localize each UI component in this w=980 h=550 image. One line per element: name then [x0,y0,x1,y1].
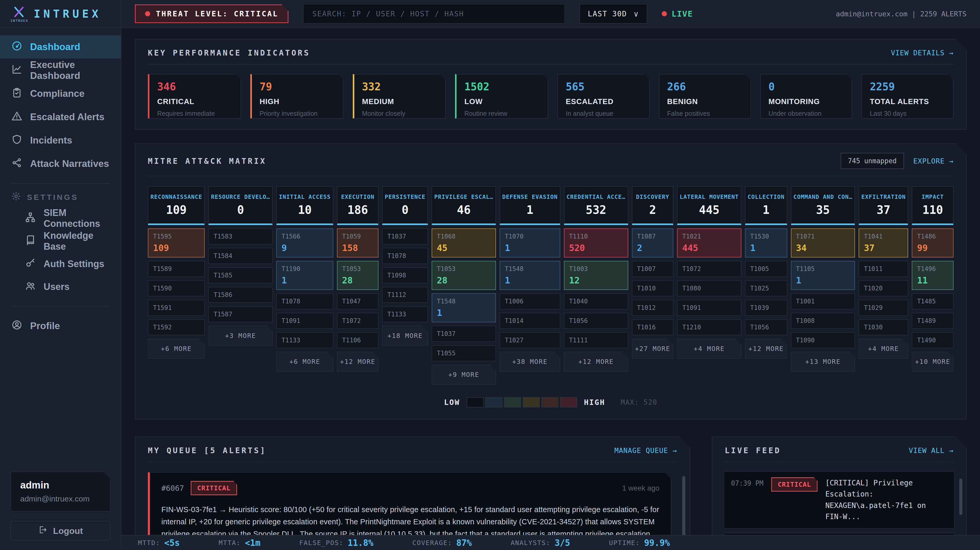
sidebar-item-escalated-alerts[interactable]: Escalated Alerts [0,105,121,129]
technique-cell[interactable]: T149611 [912,261,953,290]
technique-cell[interactable]: T1210 [677,319,741,335]
time-range-select[interactable]: LAST 30D ∨ [579,4,647,24]
more-techniques-button[interactable]: +12 MORE [337,352,379,372]
technique-cell[interactable]: T1133 [276,332,333,348]
technique-cell[interactable]: T1039 [745,300,787,316]
more-techniques-button[interactable]: +12 MORE [745,339,787,359]
technique-cell[interactable]: T1591 [148,300,205,316]
technique-cell[interactable]: T1006 [500,293,560,309]
technique-cell[interactable]: T1016 [632,319,674,335]
technique-cell[interactable]: T1587 [208,306,273,322]
technique-cell[interactable]: T1489 [912,313,953,329]
sidebar-item-auth-settings[interactable]: Auth Settings [0,253,121,276]
technique-cell[interactable]: T1025 [745,280,787,297]
sidebar-item-dashboard[interactable]: Dashboard [0,35,121,59]
more-techniques-button[interactable]: +10 MORE [912,352,953,372]
technique-cell[interactable]: T1112 [382,287,428,303]
technique-cell[interactable]: T1012 [632,300,674,316]
more-techniques-button[interactable]: +13 MORE [791,352,855,372]
queue-scrollbar[interactable] [682,476,685,535]
technique-cell[interactable]: T1585 [208,267,273,284]
technique-cell[interactable]: T15669 [276,228,333,257]
technique-cell[interactable]: T10872 [632,228,674,257]
technique-cell[interactable]: T1133 [382,306,428,322]
technique-cell[interactable]: T15301 [745,228,787,257]
technique-cell[interactable]: T1589 [148,261,205,277]
sidebar-item-profile[interactable]: Profile [0,314,121,338]
technique-cell[interactable]: T1072 [677,261,741,277]
sidebar-item-siem-connections[interactable]: SIEM Connections [0,207,121,230]
technique-cell[interactable]: T1090 [791,332,855,348]
technique-cell[interactable]: T1584 [208,248,273,264]
technique-cell[interactable]: T1592 [148,319,205,335]
technique-cell[interactable]: T1078 [276,293,333,309]
more-techniques-button[interactable]: +9 MORE [432,365,496,385]
technique-cell[interactable]: T1011 [859,261,908,277]
technique-cell[interactable]: T1059158 [337,228,379,257]
technique-cell[interactable]: T1007 [632,261,674,277]
technique-cell[interactable]: T104137 [859,228,908,257]
more-techniques-button[interactable]: +12 MORE [564,352,628,372]
technique-cell[interactable]: T1010 [632,280,674,297]
search-input[interactable] [303,4,565,24]
technique-cell[interactable]: T1595109 [148,228,205,257]
more-techniques-button[interactable]: +18 MORE [382,326,428,346]
technique-cell[interactable]: T11051 [791,261,855,290]
technique-cell[interactable]: T1590 [148,280,205,297]
technique-cell[interactable]: T1030 [859,319,908,335]
technique-cell[interactable]: T1078 [382,248,428,264]
technique-cell[interactable]: T1098 [382,267,428,284]
technique-cell[interactable]: T1001 [791,293,855,309]
technique-cell[interactable]: T1005 [745,261,787,277]
sidebar-item-executive-dashboard[interactable]: Executive Dashboard [0,59,121,82]
technique-cell[interactable]: T106845 [432,228,496,257]
technique-cell[interactable]: T1080 [677,280,741,297]
technique-cell[interactable]: T10701 [500,228,560,257]
technique-cell[interactable]: T1008 [791,313,855,329]
technique-cell[interactable]: T11901 [276,261,333,290]
sidebar-item-knowledge-base[interactable]: Knowledge Base [0,230,121,253]
sidebar-item-users[interactable]: Users [0,276,121,298]
technique-cell[interactable]: T15481 [432,293,496,322]
technique-cell[interactable]: T1072 [337,313,379,329]
technique-cell[interactable]: T1037 [382,228,428,244]
more-techniques-button[interactable]: +6 MORE [148,339,205,359]
technique-cell[interactable]: T1106 [337,332,379,348]
technique-cell[interactable]: T1037 [432,326,496,342]
sidebar-item-incidents[interactable]: Incidents [0,129,121,152]
technique-cell[interactable]: T1055 [432,345,496,361]
technique-cell[interactable]: T1111 [564,332,628,348]
technique-cell[interactable]: T1020 [859,280,908,297]
queue-alert-card[interactable]: #6067 CRITICAL 1 week ago FIN-WS-03-7fe1… [148,472,671,535]
technique-cell[interactable]: T1021445 [677,228,741,257]
technique-cell[interactable]: T1091 [677,300,741,316]
technique-cell[interactable]: T1110520 [564,228,628,257]
technique-cell[interactable]: T1014 [500,313,560,329]
manage-queue-link[interactable]: MANAGE QUEUE → [614,446,677,454]
technique-cell[interactable]: T105328 [337,261,379,290]
sidebar-item-compliance[interactable]: Compliance [0,82,121,105]
technique-cell[interactable]: T1485 [912,293,953,309]
feed-entry[interactable]: 07:39 PMCRITICAL[CRITICAL] Ransomware Ac… [724,533,955,535]
more-techniques-button[interactable]: +6 MORE [276,352,333,372]
technique-cell[interactable]: T1586 [208,287,273,303]
technique-cell[interactable]: T1490 [912,332,953,348]
view-details-link[interactable]: VIEW DETAILS → [891,49,953,57]
technique-cell[interactable]: T100312 [564,261,628,290]
technique-cell[interactable]: T1047 [337,293,379,309]
sidebar-item-attack-narratives[interactable]: Attack Narratives [0,152,121,175]
technique-cell[interactable]: T1029 [859,300,908,316]
technique-cell[interactable]: T1583 [208,228,273,244]
more-techniques-button[interactable]: +38 MORE [500,352,560,372]
more-techniques-button[interactable]: +27 MORE [632,339,674,359]
technique-cell[interactable]: T1027 [500,332,560,348]
technique-cell[interactable]: T1040 [564,293,628,309]
technique-cell[interactable]: T1056 [564,313,628,329]
logout-button[interactable]: Logout [10,521,110,540]
technique-cell[interactable]: T107134 [791,228,855,257]
feed-scrollbar[interactable] [959,478,963,515]
feed-entry[interactable]: 07:39 PMCRITICAL[CRITICAL] Privilege Esc… [724,471,955,529]
view-all-link[interactable]: VIEW ALL → [908,446,953,454]
technique-cell[interactable]: T105328 [432,261,496,290]
explore-link[interactable]: EXPLORE → [913,157,953,165]
